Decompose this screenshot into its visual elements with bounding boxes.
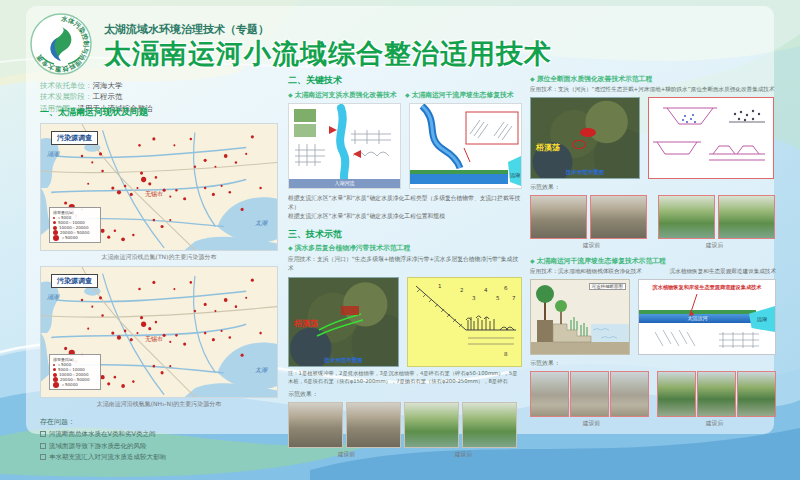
legend-dot-icon (53, 373, 57, 377)
diamond-bullet-icon: ◆ (530, 257, 535, 264)
svg-text:5: 5 (496, 295, 500, 301)
photo-after (404, 402, 459, 448)
photo-before (530, 371, 569, 417)
demo1-photos (288, 402, 522, 448)
river-band-label: 入湖河流 (289, 179, 400, 188)
svg-text:3: 3 (472, 295, 476, 301)
photo-after (737, 371, 776, 417)
satellite-caption: 技术示范布置图 (289, 357, 398, 364)
lake-label: 滆湖 (510, 172, 520, 178)
lake-label-taihu: 太湖 (255, 366, 267, 375)
demo1-section-diagram: 1 2 3 4 5 6 7 8 (407, 277, 522, 367)
poster-root: 水体污染控制与治理科技重大专项 太湖流域水环境治理技术（专题） 太滆南运河小流域… (0, 0, 800, 480)
tech1-title: ◆太滆南运河支浜水质强化改善技术 (288, 90, 405, 100)
pollution-map-nh3: 污染源调查 滆湖 无锡市 太湖 排放量(t/a) ＜5000 5000～1000… (40, 266, 278, 398)
photo-caption-after: 建设后 (653, 419, 776, 428)
section3-heading: 三、技术示范 (288, 228, 522, 241)
demo3-cross-section-diagram: 河道种植断面图 (530, 279, 630, 355)
section1-heading: 一、太滆南运河现状及问题 (40, 106, 278, 119)
site-marker (580, 128, 596, 137)
diamond-bullet-icon: ◆ (530, 75, 535, 82)
svg-text:7: 7 (512, 295, 516, 301)
plan-overlay (639, 280, 775, 354)
photo-after (462, 402, 517, 448)
problem-item: 流域面源导致下游水质恶化的风险 (40, 441, 278, 453)
tech2-diagram-canvas (410, 104, 521, 188)
demo3-plan-diagram: 滨水植物恢复和岸坡生态景观廊道建设集成技术 太滆运河 滆湖 (638, 279, 776, 355)
lake-label-taihu: 太湖 (255, 219, 267, 228)
demo3-photos (530, 371, 776, 417)
poster-title: 太滆南运河小流域综合整治适用技术 (104, 36, 552, 72)
problem-text: 流域面源导致下游水质恶化的风险 (49, 442, 147, 450)
demo3-title: ◆太滆南运河干流岸坡生态修复技术示范工程 (530, 256, 776, 266)
info-label: 技术发展阶段： (40, 92, 93, 101)
info-value: 河海大学 (93, 81, 123, 90)
demo1-title: ◆滨水多层复合植物净污带技术示范工程 (288, 243, 522, 253)
tech2-title: ◆太滆南运河干流岸坡生态修复技术 (405, 90, 522, 100)
demo2-applied: 应用技术：支浜（河浜）“透过性生态拦截+河床湿地+梯阶跌水”原位全断面水质强化改… (530, 86, 776, 94)
svg-text:6: 6 (504, 285, 508, 291)
svg-text:2: 2 (460, 287, 464, 293)
problems-block: 存在问题： 河流断面总体水质在Ⅴ类和劣Ⅴ类之间 流域面源导致下游水质恶化的风险 … (40, 417, 278, 464)
photo-before (590, 195, 647, 239)
legend-dot-icon (53, 382, 59, 388)
column-demos-right: ◆原位全断面水质强化改善技术示范工程 应用技术：支浜（河浜）“透过性生态拦截+河… (530, 74, 776, 428)
tech1-diagram: 入湖河流 (288, 103, 401, 189)
demo2-satellite-image: 梧溪荡 技术示范布置图 (530, 97, 640, 179)
photo-after (718, 195, 775, 239)
demo1-note: 注：1是植被缓冲带，2是挺水植物带，3是沉水植物带，4是碎石石笼（碎石φ50-1… (288, 370, 522, 386)
problem-item: 河流断面总体水质在Ⅴ类和劣Ⅴ类之间 (40, 429, 278, 441)
demo3-applied-left: 应用技术：滨水湿地和植物残体联合净化技术 (530, 268, 642, 276)
info-value: 工程示范 (93, 92, 123, 101)
tech1-diagram-canvas (289, 104, 400, 188)
legend-dot-icon (53, 226, 57, 230)
tech2-diagram: 滆湖 (409, 103, 522, 189)
problem-text: 河流断面总体水质在Ⅴ类和劣Ⅴ类之间 (49, 430, 155, 438)
satellite-caption: 技术示范布置图 (531, 169, 639, 176)
cross-section-canvas (531, 280, 629, 354)
cross-section-label: 河道种植断面图 (589, 283, 627, 290)
note-line: 根据支流汇水区“水量”和“水质”确定水质净化工程位置和规模 (288, 212, 522, 221)
photo-caption-after: 建设后 (405, 450, 522, 459)
diamond-bullet-icon: ◆ (405, 91, 410, 98)
checkbox-icon (40, 431, 46, 437)
demo2-title: ◆原位全断面水质强化改善技术示范工程 (530, 74, 776, 84)
lake-label-gehu: 滆湖 (47, 150, 59, 159)
photo-caption-after: 建设后 (653, 241, 776, 250)
problems-title: 存在问题： (40, 417, 278, 427)
demo2-photos (530, 195, 776, 239)
problem-item: 丰水期支流汇入对河流水质造成较大影响 (40, 452, 278, 464)
legend-label: ＞50000 (61, 382, 78, 387)
site-label: 梧溪荡 (536, 142, 560, 153)
photo-before (530, 195, 587, 239)
cad-diagram-canvas (649, 98, 773, 178)
map-legend: 排放量(t/a) ＜5000 5000～10000 10000～20000 20… (49, 354, 101, 390)
photo-before (570, 371, 609, 417)
note-line: 根据支流汇水区“水量”和“水质”确定水质净化工程类型（多级复合植物带、支流口拦截… (288, 194, 522, 212)
key-tech-notes: 根据支流汇水区“水量”和“水质”确定水质净化工程类型（多级复合植物带、支流口拦截… (288, 194, 522, 221)
map-caption-nh3: 太滆南运河沿线氨氮(NH₃-N)的主要污染源分布 (40, 400, 278, 409)
checkbox-icon (40, 454, 46, 460)
info-row: 技术发展阶段：工程示范 (40, 91, 153, 102)
demo3-applied-right: 滨水植物恢复和生态景观廊道建设集成技术 (670, 268, 776, 276)
pollution-map-tn: 污染源调查 滆湖 无锡市 太湖 排放量(t/a) ＜5000 5000～1000… (40, 123, 278, 251)
project-logo: 水体污染控制与治理科技重大专项 (30, 13, 92, 75)
legend-dot-icon (53, 217, 55, 219)
legend-dot-icon (53, 368, 56, 371)
photo-after (657, 371, 696, 417)
demo3-effect-label: 示范效果： (530, 359, 776, 368)
photo-before (610, 371, 649, 417)
section2-heading: 二、关键技术 (288, 74, 522, 87)
map-caption-tn: 太滆南运河沿线总氮(TN)的主要污染源分布 (40, 253, 278, 262)
legend-dot-icon (53, 235, 59, 241)
map-tag: 污染源调查 (51, 131, 98, 145)
photo-caption-before: 建设前 (530, 241, 653, 250)
photo-before (288, 402, 343, 448)
svg-text:4: 4 (484, 287, 488, 293)
photo-before (346, 402, 401, 448)
legend-dot-icon (53, 364, 55, 366)
info-label: 技术依托单位： (40, 81, 93, 90)
lake-label-gehu: 滆湖 (47, 293, 59, 302)
site-marker-ring (572, 140, 586, 149)
demo2-cad-diagram (648, 97, 774, 179)
